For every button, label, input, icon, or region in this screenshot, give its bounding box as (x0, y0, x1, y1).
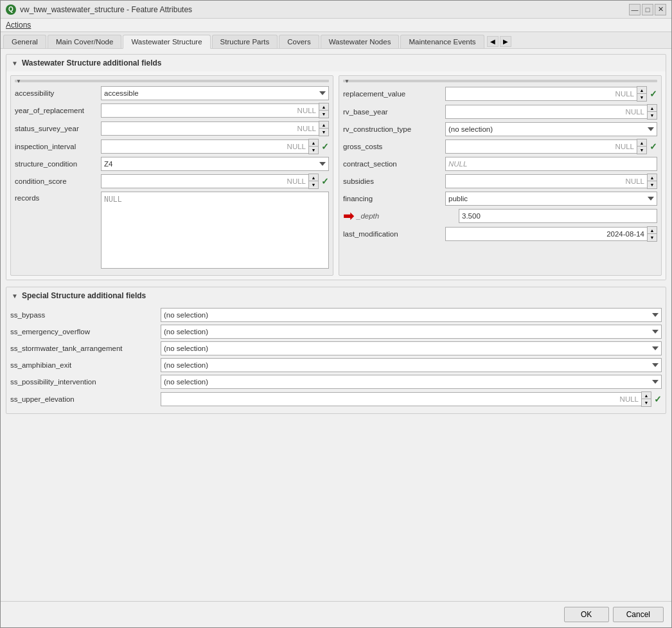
status-survey-year-down[interactable]: ▼ (319, 129, 328, 136)
gross-costs-input[interactable] (445, 139, 637, 154)
subsidies-up[interactable]: ▲ (648, 174, 657, 181)
depth-arrow-icon: ➡ (343, 208, 354, 224)
ss-upper-elevation-row: ss_upper_elevation ▲ ▼ ✓ (10, 391, 662, 407)
gross-costs-up[interactable]: ▲ (637, 139, 646, 147)
replacement-value-down[interactable]: ▼ (637, 94, 646, 101)
ss-possibility-intervention-select[interactable]: (no selection) (161, 375, 662, 389)
ss-upper-elevation-label: ss_upper_elevation (10, 395, 158, 403)
status-survey-year-row: status_survey_year ▲ ▼ (15, 121, 329, 136)
wastewater-section: ▼ Wastewater Structure additional fields… (6, 54, 666, 280)
tab-maintenance-events[interactable]: Maintenance Events (400, 35, 484, 48)
condition-score-up[interactable]: ▲ (309, 174, 318, 181)
status-survey-year-label: status_survey_year (15, 125, 98, 132)
ok-button[interactable]: OK (564, 607, 609, 622)
ss-emergency-overflow-select[interactable]: (no selection) (161, 325, 662, 339)
ss-possibility-intervention-label: ss_possibility_intervention (10, 378, 158, 386)
tab-general[interactable]: General (3, 35, 46, 48)
inspection-interval-label: inspection_interval (15, 143, 98, 150)
last-modification-down[interactable]: ▼ (648, 234, 657, 241)
depth-input[interactable] (459, 209, 657, 223)
financing-select[interactable]: public (445, 192, 657, 206)
rv-base-year-row: rv_base_year ▲ ▼ (343, 104, 657, 120)
tab-nav-next[interactable]: ▶ (500, 36, 511, 47)
rv-construction-type-label: rv_construction_type (343, 125, 443, 133)
title-bar: Q vw_tww_wastewater_structure - Feature … (1, 1, 671, 19)
contract-section-row: contract_section (343, 157, 657, 171)
rv-base-year-up[interactable]: ▲ (648, 105, 657, 112)
year-of-replacement-down[interactable]: ▼ (319, 111, 328, 118)
inspection-interval-spinbtns: ▲ ▼ (308, 139, 319, 154)
last-modification-spinbtns: ▲ ▼ (647, 226, 657, 242)
special-collapse-triangle-icon[interactable]: ▼ (12, 292, 18, 300)
minimize-button[interactable]: — (629, 4, 641, 15)
records-textarea[interactable]: NULL (101, 192, 329, 269)
last-modification-up[interactable]: ▲ (648, 227, 657, 234)
main-window: Q vw_tww_wastewater_structure - Feature … (0, 0, 672, 628)
status-survey-year-up[interactable]: ▲ (319, 121, 328, 129)
condition-score-down[interactable]: ▼ (309, 181, 318, 188)
ss-bypass-row: ss_bypass (no selection) (10, 308, 662, 322)
left-panel-triangle-icon: ▼ (16, 78, 21, 84)
replacement-value-up[interactable]: ▲ (637, 87, 646, 94)
subsidies-input[interactable] (445, 174, 647, 188)
rv-base-year-input[interactable] (445, 105, 647, 119)
cancel-button[interactable]: Cancel (613, 607, 664, 622)
year-of-replacement-up[interactable]: ▲ (319, 103, 328, 111)
collapse-triangle-icon[interactable]: ▼ (12, 60, 18, 67)
inspection-interval-down[interactable]: ▼ (309, 147, 318, 154)
tab-wastewater-nodes[interactable]: Wastewater Nodes (321, 35, 400, 48)
title-bar-left: Q vw_tww_wastewater_structure - Feature … (6, 4, 192, 15)
replacement-value-input[interactable] (445, 87, 637, 101)
last-modification-label: last_modification (343, 230, 443, 238)
structure-condition-select[interactable]: Z4 (101, 157, 329, 171)
ss-upper-elevation-input[interactable] (161, 392, 641, 406)
financing-row: financing public (343, 192, 657, 206)
status-survey-year-spinbtns: ▲ ▼ (319, 121, 329, 136)
tab-structure-parts[interactable]: Structure Parts (212, 35, 278, 48)
ss-stormwater-tank-arrangement-select[interactable]: (no selection) (161, 341, 662, 355)
tab-nav-prev[interactable]: ◀ (487, 36, 499, 47)
tab-wastewater-structure[interactable]: Wastewater Structure (123, 35, 210, 49)
maximize-button[interactable]: □ (642, 4, 653, 15)
rv-construction-type-select[interactable]: (no selection) (445, 122, 657, 136)
condition-score-label: condition_score (15, 177, 98, 185)
inspection-interval-row: inspection_interval ▲ ▼ ✓ (15, 139, 329, 154)
ss-bypass-select[interactable]: (no selection) (161, 308, 662, 322)
condition-score-input[interactable] (101, 174, 308, 188)
inspection-interval-input[interactable] (101, 139, 308, 154)
actions-menu[interactable]: Actions (6, 21, 31, 30)
window-controls: — □ ✕ (629, 4, 666, 15)
bottom-bar: OK Cancel (1, 601, 671, 627)
ss-upper-elevation-up[interactable]: ▲ (642, 392, 651, 399)
app-icon: Q (6, 4, 16, 15)
gross-costs-check-icon: ✓ (650, 141, 657, 152)
close-button[interactable]: ✕ (655, 4, 666, 15)
inspection-interval-up[interactable]: ▲ (309, 139, 318, 147)
menu-bar: Actions (1, 19, 671, 32)
ss-upper-elevation-down[interactable]: ▼ (642, 399, 651, 406)
ss-stormwater-tank-arrangement-label: ss_stormwater_tank_arrangement (10, 345, 158, 352)
structure-condition-row: structure_condition Z4 (15, 157, 329, 171)
ss-amphibian-exit-select[interactable]: (no selection) (161, 358, 662, 372)
year-of-replacement-input[interactable] (101, 103, 319, 118)
replacement-value-label: replacement_value (343, 90, 443, 98)
tab-main-cover-node[interactable]: Main Cover/Node (48, 35, 121, 48)
ss-upper-elevation-spin: ▲ ▼ (161, 391, 651, 407)
gross-costs-spin: ▲ ▼ (445, 139, 647, 154)
status-survey-year-input[interactable] (101, 121, 319, 136)
rv-base-year-down[interactable]: ▼ (648, 112, 657, 119)
contract-section-input[interactable] (445, 157, 657, 171)
gross-costs-down[interactable]: ▼ (637, 147, 646, 154)
subsidies-down[interactable]: ▼ (648, 181, 657, 188)
subsidies-label: subsidies (343, 177, 443, 185)
replacement-value-spinbtns: ▲ ▼ (637, 86, 647, 102)
accessibility-select[interactable]: accessible (101, 86, 329, 100)
structure-condition-label: structure_condition (15, 160, 98, 168)
rv-construction-type-row: rv_construction_type (no selection) (343, 122, 657, 136)
last-modification-input[interactable] (445, 227, 647, 241)
condition-score-spinbtns: ▲ ▼ (308, 174, 319, 189)
gross-costs-row: gross_costs ▲ ▼ ✓ (343, 139, 657, 154)
contract-section-label: contract_section (343, 160, 443, 168)
ss-amphibian-exit-label: ss_amphibian_exit (10, 361, 158, 369)
tab-covers[interactable]: Covers (279, 35, 319, 48)
